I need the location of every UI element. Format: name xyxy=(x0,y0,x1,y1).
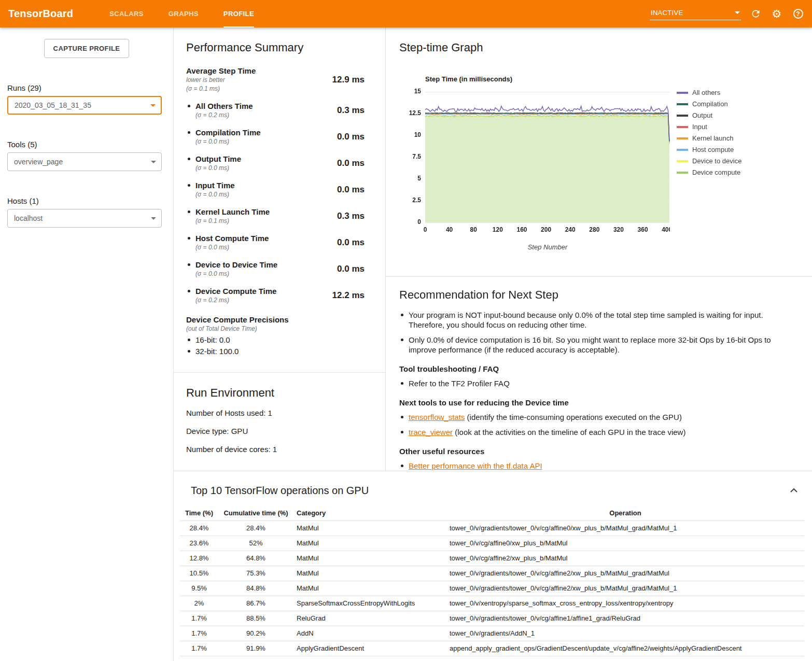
legend-item: Output xyxy=(677,111,741,119)
tools-dropdown-value: overview_page xyxy=(14,158,63,166)
refresh-icon[interactable] xyxy=(749,7,762,21)
table-row: 2%86.7%SparseSoftmaxCrossEntropyWithLogi… xyxy=(180,596,804,611)
top-ops-body: 28.4%28.4%MatMultower_0/v/gradients/towe… xyxy=(180,521,804,656)
bullet-icon xyxy=(401,416,403,418)
perf-item-sigma: (σ = 0.2 ms) xyxy=(195,296,276,305)
run-environment-line: Number of device cores: 1 xyxy=(186,445,373,454)
settings-gear-icon[interactable]: ⚙ xyxy=(770,7,783,21)
column-header: Operation xyxy=(446,505,804,521)
precision-item: 16-bit: 0.0 xyxy=(186,335,365,345)
table-row: 23.6%52%MatMultower_0/v/cg/affine0/xw_pl… xyxy=(180,536,804,551)
capture-profile-button[interactable]: CAPTURE PROFILE xyxy=(44,39,130,58)
perf-item-label: Output Time xyxy=(195,154,241,164)
tools-label: Tools (5) xyxy=(7,140,173,149)
table-cell: tower_0/v/gradients/tower_0/v/cg/affine2… xyxy=(446,581,804,596)
perf-item-sigma: (σ = 0.0 ms) xyxy=(195,243,269,252)
bullet-row: Your program is NOT input-bound because … xyxy=(399,310,792,330)
run-environment-title: Run Environment xyxy=(186,386,373,400)
table-cell: 64.8% xyxy=(218,551,293,566)
tab-scalars[interactable]: SCALARS xyxy=(97,0,156,27)
legend-swatch-icon xyxy=(677,115,688,117)
perf-item-value: 0.3 ms xyxy=(337,105,365,116)
hosts-dropdown[interactable]: localhost xyxy=(7,209,162,228)
recommendation-title: Recommendation for Next Step xyxy=(399,288,792,302)
table-cell: append_apply_gradient_ops/GradientDescen… xyxy=(446,641,804,656)
link[interactable]: tensorflow_stats xyxy=(409,413,465,421)
runs-dropdown-value: 2020_03_05_18_31_35 xyxy=(15,101,91,109)
bullet-icon xyxy=(188,263,190,266)
perf-item-value: 12.2 ms xyxy=(332,290,365,301)
tab-profile[interactable]: PROFILE xyxy=(211,0,267,27)
link[interactable]: trace_viewer xyxy=(409,428,453,437)
step-time-graph-title: Step-time Graph xyxy=(399,41,807,54)
perf-item-label: Device Compute Time xyxy=(195,286,276,296)
perf-item-label: Kernel Launch Time xyxy=(195,207,270,217)
table-cell: 2% xyxy=(180,596,218,611)
perf-item: Device to Device Time(σ = 0.0 ms)0.0 ms xyxy=(186,260,365,278)
perf-item-label: Compilation Time xyxy=(195,128,261,137)
legend-item: Compilation xyxy=(677,100,741,108)
collapse-chevron-up-icon[interactable] xyxy=(788,484,800,496)
link[interactable]: Better performance with the tf.data API xyxy=(409,461,542,470)
legend-label: Input xyxy=(692,123,707,131)
legend-label: All others xyxy=(692,89,720,96)
table-cell: 90.2% xyxy=(218,626,293,641)
perf-item: Output Time(σ = 0.0 ms)0.0 ms xyxy=(186,154,365,173)
question-mark-icon: ? xyxy=(793,9,803,19)
run-environment-line: Device type: GPU xyxy=(186,427,373,436)
recommendation-section: Recommendation for Next Step Your progra… xyxy=(386,276,812,471)
perf-item-label: Device to Device Time xyxy=(195,260,277,270)
faq-bullets: Refer to the TF2 Profiler FAQ xyxy=(399,378,792,388)
tools-dropdown[interactable]: overview_page xyxy=(7,152,162,171)
table-cell: 88.5% xyxy=(218,611,293,626)
column-header: Category xyxy=(293,505,446,521)
table-row: 1.7%90.2%AddNtower_0/v/gradients/AddN_1 xyxy=(180,626,804,641)
recommendation-bullets: Your program is NOT input-bound because … xyxy=(399,310,792,355)
resources-heading: Other useful resources xyxy=(399,447,792,456)
tab-graphs[interactable]: GRAPHS xyxy=(156,0,211,27)
table-row: 1.7%88.5%ReluGradtower_0/v/gradients/tow… xyxy=(180,611,804,626)
chevron-down-icon xyxy=(150,104,156,107)
table-cell: MatMul xyxy=(293,551,446,566)
table-cell: AddN xyxy=(293,626,446,641)
faq-heading: Tool troubleshooting / FAQ xyxy=(399,364,792,373)
next-tools-heading: Next tools to use for reducing the Devic… xyxy=(399,398,792,407)
average-step-time-row: Average Step Time lower is better (σ = 0… xyxy=(186,66,365,93)
precisions-label: Device Compute Precisions xyxy=(186,315,365,325)
perf-items: All Others Time(σ = 0.2 ms)0.3 msCompila… xyxy=(186,101,365,305)
perf-item: All Others Time(σ = 0.2 ms)0.3 ms xyxy=(186,101,365,120)
perf-item: Host Compute Time(σ = 0.0 ms)0.0 ms xyxy=(186,233,365,252)
main-content: Performance Summary Average Step Time lo… xyxy=(173,27,812,661)
bullet-icon xyxy=(401,465,403,467)
bullet-row: Only 0.0% of device computation is 16 bi… xyxy=(399,335,792,355)
table-cell: 1.7% xyxy=(180,611,218,626)
legend-label: Kernel launch xyxy=(692,134,734,142)
runs-dropdown[interactable]: 2020_03_05_18_31_35 xyxy=(7,96,162,115)
table-cell: tower_0/v/gradients/tower_0/v/cg/affine2… xyxy=(446,566,804,581)
table-cell: 86.7% xyxy=(218,596,293,611)
status-dropdown[interactable]: INACTIVE xyxy=(650,8,741,20)
chart-title: Step Time (in milliseconds) xyxy=(425,75,670,83)
legend-item: Device compute xyxy=(677,168,741,176)
table-cell: 28.4% xyxy=(180,521,218,536)
table-cell: 91.9% xyxy=(218,641,293,656)
run-environment-lines: Number of Hosts used: 1Device type: GPUN… xyxy=(186,409,373,454)
table-cell: MatMul xyxy=(293,581,446,596)
app-header: TensorBoard SCALARSGRAPHSPROFILE INACTIV… xyxy=(0,0,812,27)
table-cell: 84.8% xyxy=(218,581,293,596)
column-header: Cumulative time (%) xyxy=(218,505,293,521)
help-icon[interactable]: ? xyxy=(791,7,805,21)
step-time-graph-section: Step-time Graph Step Time (in millisecon… xyxy=(386,27,812,276)
legend-item: Input xyxy=(677,123,741,131)
perf-item-label: Input Time xyxy=(195,180,235,190)
step-time-chart-canvas[interactable] xyxy=(408,88,670,243)
bullet-icon xyxy=(188,105,190,107)
perf-item-label: All Others Time xyxy=(195,101,253,111)
table-cell: 75.3% xyxy=(218,566,293,581)
status-dropdown-value: INACTIVE xyxy=(651,9,683,17)
legend-swatch-icon xyxy=(677,92,688,94)
average-step-time-sigma: (σ = 0.1 ms) xyxy=(186,85,256,93)
table-cell: tower_0/v/xentropy/sparse_softmax_cross_… xyxy=(446,596,804,611)
perf-item-sigma: (σ = 0.0 ms) xyxy=(195,270,277,278)
perf-item: Compilation Time(σ = 0.0 ms)0.0 ms xyxy=(186,128,365,146)
